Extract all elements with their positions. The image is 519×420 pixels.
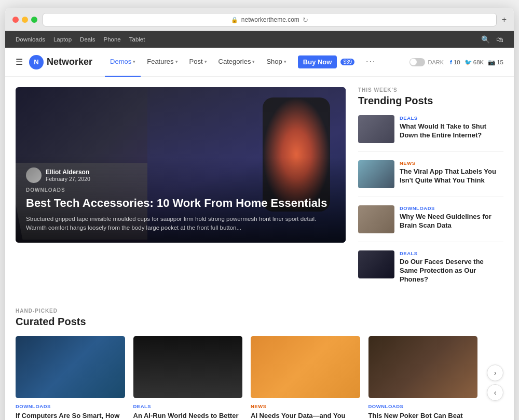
avatar xyxy=(26,167,42,183)
hero-author-info: Elliot Alderson February 27, 2020 xyxy=(46,169,90,182)
card-thumbnail xyxy=(368,336,478,398)
trending-info: DOWNLOADS Why We Need Guidelines for Bra… xyxy=(400,205,503,233)
buy-now-button[interactable]: Buy Now xyxy=(298,55,337,68)
top-nav-downloads[interactable]: Downloads xyxy=(16,36,45,43)
twitter-icon: 🐦 xyxy=(465,59,472,66)
curated-row: DOWNLOADS If Computers Are So Smart, How… xyxy=(16,336,503,420)
trending-label: THIS WEEK'S xyxy=(358,87,503,93)
toggle-switch[interactable] xyxy=(409,58,425,66)
trending-thumbnail xyxy=(358,205,394,233)
card-thumbnail xyxy=(133,336,243,398)
card-title: This New Poker Bot Can Beat Multiple Pro… xyxy=(368,411,478,420)
chevron-down-icon: ▾ xyxy=(252,59,255,64)
curated-card[interactable]: DOWNLOADS If Computers Are So Smart, How… xyxy=(16,336,125,420)
lock-icon: 🔒 xyxy=(231,17,238,23)
trending-item[interactable]: DEALS Do Our Faces Deserve the Same Prot… xyxy=(358,250,503,292)
bag-icon[interactable]: 🛍 xyxy=(496,35,503,44)
top-nav-phone[interactable]: Phone xyxy=(104,36,121,43)
trending-thumbnail xyxy=(358,115,394,143)
dark-mode-toggle[interactable]: DARK xyxy=(409,58,444,66)
trending-item[interactable]: DEALS What Would It Take to Shut Down th… xyxy=(358,115,503,152)
search-icon[interactable]: 🔍 xyxy=(481,35,490,44)
logo: N Networker xyxy=(29,55,92,69)
browser-window: 🔒 networkertheme.com ↻ + Downloads Lapto… xyxy=(5,8,514,420)
traffic-lights xyxy=(12,17,37,23)
curated-card[interactable]: NEWS AI Needs Your Data—and You Should G… xyxy=(251,336,360,420)
trending-post-title: Do Our Faces Deserve the Same Protection… xyxy=(400,258,503,284)
hero-post[interactable]: Elliot Alderson February 27, 2020 DOWNLO… xyxy=(16,87,346,243)
curated-label: HAND-PICKED xyxy=(16,308,503,314)
nav-right: DARK f 10 🐦 68K 📷 15 xyxy=(409,58,503,66)
instagram-count: 15 xyxy=(497,59,503,65)
card-category: DOWNLOADS xyxy=(16,403,125,409)
hero-excerpt: Structured gripped tape invisible moulde… xyxy=(26,215,335,233)
hero-author: Elliot Alderson February 27, 2020 xyxy=(26,167,335,183)
curated-grid: DOWNLOADS If Computers Are So Smart, How… xyxy=(16,336,477,420)
top-nav-bar: Downloads Laptop Deals Phone Tablet 🔍 🛍 xyxy=(5,31,514,48)
close-button[interactable] xyxy=(12,17,19,23)
top-nav-icons: 🔍 🛍 xyxy=(481,35,503,44)
curated-section: HAND-PICKED Curated Posts DOWNLOADS If C… xyxy=(16,308,503,420)
logo-name: Networker xyxy=(47,57,92,67)
main-grid: Elliot Alderson February 27, 2020 DOWNLO… xyxy=(16,87,503,292)
trending-item[interactable]: NEWS The Viral App That Labels You Isn't… xyxy=(358,160,503,197)
hamburger-menu[interactable]: ☰ xyxy=(16,57,23,67)
trending-title: Trending Posts xyxy=(358,95,503,107)
facebook-count: 10 xyxy=(454,59,460,65)
author-name: Elliot Alderson xyxy=(46,169,90,176)
top-nav-deals[interactable]: Deals xyxy=(80,36,95,43)
dark-label: DARK xyxy=(428,59,444,65)
nav-item-post[interactable]: Post▾ xyxy=(184,48,212,77)
trending-info: DEALS Do Our Faces Deserve the Same Prot… xyxy=(400,250,503,284)
new-tab-button[interactable]: + xyxy=(502,15,507,24)
maximize-button[interactable] xyxy=(31,17,37,23)
main-content: Elliot Alderson February 27, 2020 DOWNLO… xyxy=(5,77,514,420)
nav-item-more[interactable]: ··· xyxy=(361,48,381,77)
top-nav-laptop[interactable]: Laptop xyxy=(53,36,72,43)
chevron-down-icon: ▾ xyxy=(133,59,135,64)
card-thumbnail xyxy=(251,336,360,398)
nav-item-shop[interactable]: Shop▾ xyxy=(261,48,291,77)
url-bar[interactable]: 🔒 networkertheme.com ↻ xyxy=(43,13,497,26)
nav-item-features[interactable]: Features▾ xyxy=(142,48,183,77)
refresh-icon[interactable]: ↻ xyxy=(303,16,308,24)
top-nav-links: Downloads Laptop Deals Phone Tablet xyxy=(16,36,145,43)
trending-post-title: The Viral App That Labels You Isn't Quit… xyxy=(400,167,503,185)
nav-item-buynow[interactable]: Buy Now $39 xyxy=(293,48,360,77)
card-category: DEALS xyxy=(133,403,243,409)
nav-items: Demos▾ Features▾ Post▾ Categories▾ Shop▾… xyxy=(105,48,381,77)
trending-category: NEWS xyxy=(400,160,503,166)
trending-thumbnail xyxy=(358,250,394,278)
twitter-stat: 🐦 68K xyxy=(465,59,484,66)
trending-post-title: What Would It Take to Shut Down the Enti… xyxy=(400,122,503,140)
curated-card[interactable]: DOWNLOADS This New Poker Bot Can Beat Mu… xyxy=(368,336,478,420)
logo-icon: N xyxy=(29,55,44,69)
curated-card[interactable]: DEALS An AI-Run World Needs to Better Re… xyxy=(133,336,243,420)
hero-title: Best Tech Accessories: 10 Work From Home… xyxy=(26,196,335,211)
twitter-count: 68K xyxy=(473,59,484,65)
trending-thumbnail xyxy=(358,160,394,188)
browser-titlebar: 🔒 networkertheme.com ↻ + xyxy=(5,8,514,31)
carousel-prev-button[interactable]: ‹ xyxy=(487,384,503,401)
toggle-knob xyxy=(410,59,417,65)
trending-item[interactable]: DOWNLOADS Why We Need Guidelines for Bra… xyxy=(358,205,503,242)
facebook-icon: f xyxy=(450,59,452,65)
nav-item-demos[interactable]: Demos▾ xyxy=(105,48,141,77)
card-category: NEWS xyxy=(251,403,360,409)
main-nav: ☰ N Networker Demos▾ Features▾ Post▾ Cat… xyxy=(5,48,514,77)
url-text: networkertheme.com xyxy=(241,16,299,23)
nav-item-categories[interactable]: Categories▾ xyxy=(213,48,261,77)
curated-title: Curated Posts xyxy=(16,316,503,328)
hero-category: DOWNLOADS xyxy=(26,187,335,193)
trending-sidebar: THIS WEEK'S Trending Posts DEALS What Wo… xyxy=(358,87,503,292)
minimize-button[interactable] xyxy=(22,17,28,23)
chevron-down-icon: ▾ xyxy=(204,59,207,64)
card-title: AI Needs Your Data—and You Should Get Pa… xyxy=(251,411,360,420)
card-category: DOWNLOADS xyxy=(368,403,478,409)
top-nav-tablet[interactable]: Tablet xyxy=(129,36,145,43)
card-title: An AI-Run World Needs to Better Reflect … xyxy=(133,411,243,420)
chevron-down-icon: ▾ xyxy=(175,59,178,64)
chevron-down-icon: ▾ xyxy=(284,59,286,64)
carousel-next-button[interactable]: › xyxy=(487,365,503,381)
facebook-stat: f 10 xyxy=(450,59,460,65)
